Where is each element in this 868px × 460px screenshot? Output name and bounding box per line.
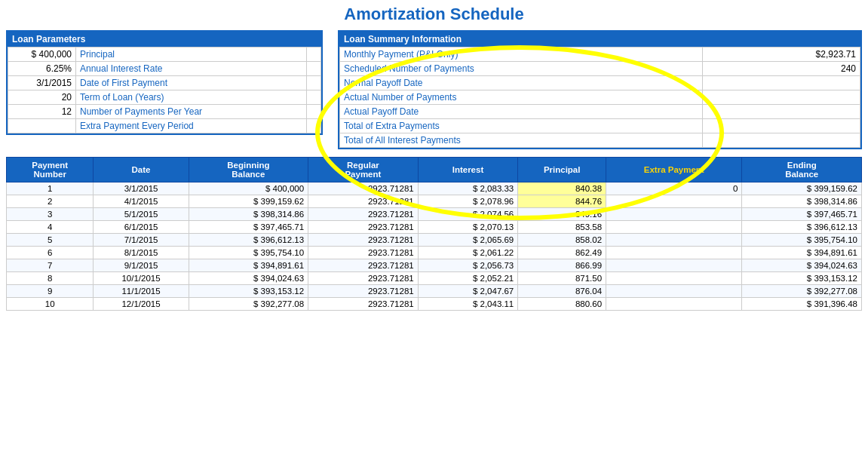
amort-cell <box>606 247 742 259</box>
amort-cell: $ 396,612.13 <box>189 234 308 247</box>
amort-cell: $ 395,754.10 <box>742 234 862 247</box>
amort-header-cell: Extra Payment <box>606 158 742 182</box>
amort-cell: $ 395,754.10 <box>189 247 308 259</box>
loan-params-section: Loan Parameters $ 400,000 Principal 6.25… <box>6 30 323 149</box>
amort-cell: $ 2,065.69 <box>418 234 518 247</box>
summary-value <box>702 90 860 105</box>
amort-cell: 12/1/2015 <box>94 298 189 311</box>
amort-cell: $ 2,078.96 <box>418 195 518 208</box>
amort-cell: 10 <box>7 298 94 311</box>
amort-row: 810/1/2015$ 394,024.632923.71281$ 2,052.… <box>7 272 862 285</box>
amort-cell: $ 393,153.12 <box>189 285 308 298</box>
summary-row: Normal Payoff Date <box>340 76 860 90</box>
amort-cell: $ 392,277.08 <box>742 285 862 298</box>
amort-cell: 9 <box>7 285 94 298</box>
amort-cell: $ 394,024.63 <box>189 272 308 285</box>
param-label: Term of Loan (Years) <box>76 90 307 105</box>
amort-cell: 858.02 <box>518 234 606 247</box>
amort-cell: 10/1/2015 <box>94 272 189 285</box>
summary-value: $2,923.71 <box>702 48 860 62</box>
amort-cell: 4 <box>7 221 94 234</box>
loan-summary-table: Monthly Payment (P&I Only) $2,923.71 Sch… <box>339 47 860 148</box>
amort-cell: $ 394,024.63 <box>742 259 862 272</box>
loan-param-row: $ 400,000 Principal <box>8 48 321 62</box>
amort-cell: 2923.71281 <box>308 298 419 311</box>
amort-cell: 5 <box>7 234 94 247</box>
amort-cell: $ 2,070.13 <box>418 221 518 234</box>
amort-cell: 5/1/2015 <box>94 208 189 221</box>
amort-cell: 0 <box>606 182 742 195</box>
summary-row: Actual Number of Payments <box>340 90 860 105</box>
param-value: $ 400,000 <box>8 48 76 62</box>
summary-value <box>702 76 860 90</box>
amort-cell <box>606 221 742 234</box>
param-label: Number of Payments Per Year <box>76 105 307 119</box>
param-extra <box>306 48 321 62</box>
amort-cell: $ 394,891.61 <box>742 247 862 259</box>
amort-cell: 876.04 <box>518 285 606 298</box>
summary-value <box>702 119 860 133</box>
amort-cell: $ 2,061.22 <box>418 247 518 259</box>
amort-cell: $ 398,314.86 <box>189 208 308 221</box>
amort-cell: $ 398,314.86 <box>742 195 862 208</box>
summary-row: Monthly Payment (P&I Only) $2,923.71 <box>340 48 860 62</box>
amort-cell: 853.58 <box>518 221 606 234</box>
summary-value: 240 <box>702 62 860 76</box>
amort-cell: 8 <box>7 272 94 285</box>
amort-cell: 3 <box>7 208 94 221</box>
amort-header-cell: RegularPayment <box>308 158 419 182</box>
amort-cell: 6/1/2015 <box>94 221 189 234</box>
amort-header-cell: Principal <box>518 158 606 182</box>
amort-cell: $ 396,612.13 <box>742 221 862 234</box>
amort-cell <box>606 234 742 247</box>
loan-param-row: Extra Payment Every Period <box>8 119 321 133</box>
amort-cell: $ 2,056.73 <box>418 259 518 272</box>
amort-cell: 840.38 <box>518 182 606 195</box>
amort-cell <box>606 298 742 311</box>
loan-params-header: Loan Parameters <box>8 32 321 47</box>
param-label: Principal <box>76 48 307 62</box>
amort-cell: $ 391,396.48 <box>742 298 862 311</box>
loan-param-row: 3/1/2015 Date of First Payment <box>8 76 321 90</box>
amort-cell: 2923.71281 <box>308 259 419 272</box>
amort-row: 46/1/2015$ 397,465.712923.71281$ 2,070.1… <box>7 221 862 234</box>
amort-cell: 8/1/2015 <box>94 247 189 259</box>
amort-cell: 2923.71281 <box>308 285 419 298</box>
summary-label: Actual Payoff Date <box>340 105 703 119</box>
summary-label: Actual Number of Payments <box>340 90 703 105</box>
param-value: 20 <box>8 90 76 105</box>
amort-cell: 2923.71281 <box>308 195 419 208</box>
amort-cell: $ 394,891.61 <box>189 259 308 272</box>
loan-param-row: 12 Number of Payments Per Year <box>8 105 321 119</box>
amort-header-cell: EndingBalance <box>742 158 862 182</box>
amort-cell: 6 <box>7 247 94 259</box>
amort-cell: 866.99 <box>518 259 606 272</box>
amort-row: 79/1/2015$ 394,891.612923.71281$ 2,056.7… <box>7 259 862 272</box>
amort-cell: $ 399,159.62 <box>189 195 308 208</box>
amort-cell: $ 2,052.21 <box>418 272 518 285</box>
param-value: 3/1/2015 <box>8 76 76 90</box>
param-label: Date of First Payment <box>76 76 307 90</box>
amort-cell: 7/1/2015 <box>94 234 189 247</box>
amort-row: 57/1/2015$ 396,612.132923.71281$ 2,065.6… <box>7 234 862 247</box>
summary-label: Total of All Interest Payments <box>340 133 703 148</box>
amort-cell: 7 <box>7 259 94 272</box>
amort-cell: 2923.71281 <box>308 221 419 234</box>
amort-cell: $ 399,159.62 <box>742 182 862 195</box>
amort-cell <box>606 195 742 208</box>
amort-cell: 2923.71281 <box>308 234 419 247</box>
amort-cell: $ 2,083.33 <box>418 182 518 195</box>
param-value <box>8 119 76 133</box>
amort-cell: $ 2,074.56 <box>418 208 518 221</box>
summary-label: Normal Payoff Date <box>340 76 703 90</box>
amort-cell: 862.49 <box>518 247 606 259</box>
summary-label: Total of Extra Payments <box>340 119 703 133</box>
amort-cell: $ 392,277.08 <box>189 298 308 311</box>
amort-cell: $ 393,153.12 <box>742 272 862 285</box>
amortization-table-wrapper: PaymentNumberDateBeginningBalanceRegular… <box>6 157 862 311</box>
param-value: 12 <box>8 105 76 119</box>
amort-cell: $ 2,043.11 <box>418 298 518 311</box>
amort-cell: 2923.71281 <box>308 247 419 259</box>
loan-param-row: 20 Term of Loan (Years) <box>8 90 321 105</box>
amort-cell: 9/1/2015 <box>94 259 189 272</box>
